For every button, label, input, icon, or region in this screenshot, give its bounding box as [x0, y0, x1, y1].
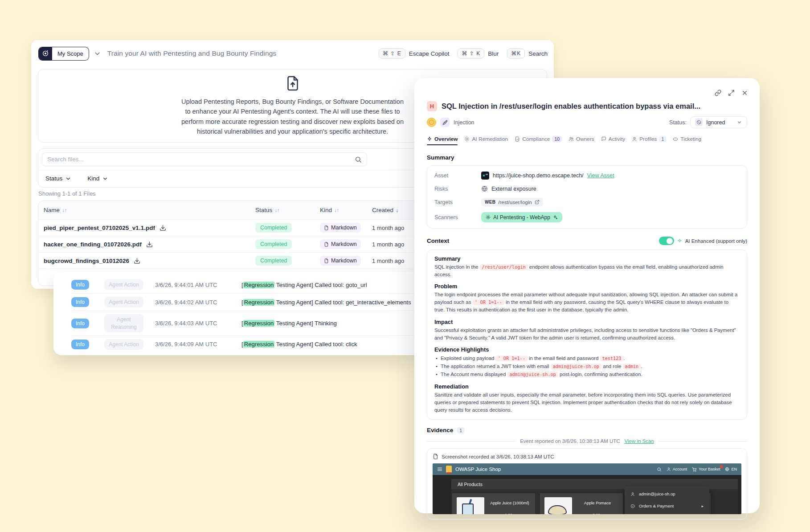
- profiles-count-badge: 1: [659, 136, 666, 142]
- target-icon: [39, 47, 52, 60]
- log-level-badge: Info: [71, 297, 89, 307]
- download-icon[interactable]: [160, 225, 166, 231]
- kind-badge: Markdown: [320, 239, 361, 249]
- remediation-text: Sanitize and validate all user inputs, e…: [434, 391, 740, 414]
- sort-icon: ↓↑: [274, 207, 279, 213]
- escape-copilot-shortcut[interactable]: ⌘ ⇧ E Escape Copilot: [379, 49, 454, 58]
- basket-nav-item: Your Basket: [692, 467, 720, 472]
- menu-item-user-email: admin@juice-sh.op: [625, 488, 709, 500]
- column-header-status[interactable]: Status ↓↑: [250, 207, 315, 213]
- evidence-highlight-item: The Account menu displayed admin@juice-s…: [434, 370, 740, 378]
- search-input[interactable]: Search files...: [42, 152, 367, 166]
- context-card: Summary SQL injection in the /rest/user/…: [427, 250, 747, 420]
- category-label: Injection: [454, 119, 475, 126]
- status-header-label: Status: [255, 207, 272, 213]
- product-name: Apple Juice (1000ml): [486, 500, 533, 506]
- target-path: /rest/user/login: [498, 200, 532, 205]
- asset-favicon: [481, 172, 489, 180]
- people-icon: [569, 136, 574, 142]
- tab-overview[interactable]: Overview: [427, 136, 458, 145]
- blur-keys: ⌘ ⇧ K: [458, 49, 484, 58]
- tab-compliance[interactable]: Compliance 10: [515, 136, 562, 145]
- download-icon[interactable]: [146, 241, 153, 248]
- target-pill[interactable]: WEB /rest/user/login: [481, 198, 543, 206]
- search-placeholder: Search files...: [47, 156, 84, 163]
- screenshot-file-icon: [433, 454, 438, 459]
- log-row: Info Agent Reasoning 3/6/26, 9:44:03 AM …: [71, 311, 421, 336]
- tab-activity[interactable]: Activity: [601, 136, 625, 145]
- status-badge: Completed: [255, 239, 292, 249]
- view-asset-link[interactable]: View Asset: [587, 172, 614, 179]
- tab-ticketing[interactable]: Ticketing: [673, 136, 701, 145]
- column-header-name[interactable]: Name ↓↑: [38, 207, 250, 213]
- context-summary-heading: Summary: [434, 255, 740, 262]
- cart-icon: [692, 467, 697, 472]
- finding-title: SQL Injection in /rest/user/login enable…: [442, 102, 700, 110]
- finding-detail-panel: H SQL Injection in /rest/user/login enab…: [414, 78, 760, 513]
- gear-icon: [486, 215, 491, 220]
- view-in-scan-link[interactable]: View in Scan: [625, 438, 654, 444]
- column-header-kind[interactable]: Kind ↓↑: [315, 207, 367, 213]
- log-message: [Regression Testing Agent] Called tool: …: [241, 341, 421, 348]
- search-shortcut[interactable]: ⌘K Search: [507, 49, 548, 58]
- status-badge: Completed: [255, 223, 292, 233]
- context-problem-heading: Problem: [434, 283, 740, 290]
- risks-label: Risks: [434, 186, 481, 192]
- evidence-screenshot: OWASP Juice Shop Account Your Basket: [433, 463, 741, 514]
- kind-filter-dropdown[interactable]: Kind: [87, 175, 108, 182]
- search-icon[interactable]: [355, 156, 362, 163]
- sort-icon: ↓↑: [334, 207, 339, 213]
- copy-link-icon[interactable]: [715, 90, 721, 96]
- created-header-label: Created: [372, 207, 393, 213]
- ai-enhanced-toggle[interactable]: [659, 237, 674, 245]
- scanner-name: AI Pentesting - WebApp: [493, 214, 550, 221]
- menu-item-orders-payment: Orders & Payment ▸: [625, 500, 709, 512]
- sparkles-icon: [553, 215, 558, 220]
- tab-ai-remediation[interactable]: AI Remediation: [464, 136, 508, 145]
- tab-owners[interactable]: Owners: [569, 136, 594, 145]
- window-header: My Scope Train your AI with Pentesting a…: [31, 40, 554, 61]
- log-timestamp: 3/6/26, 9:44:01 AM UTC: [155, 282, 233, 288]
- product-price: 0.89¤: [574, 513, 621, 514]
- event-reported-text: Event reported on 3/6/26, 10:38:13 AM UT…: [520, 438, 620, 444]
- injection-syringe-icon: [440, 118, 450, 127]
- juice-shop-logo: [446, 466, 452, 473]
- asset-url: https://juice-shop.demo.escape.tech/: [493, 172, 584, 179]
- expand-icon[interactable]: [728, 90, 735, 96]
- chevron-down-icon[interactable]: [94, 50, 101, 57]
- product-price: 1.99¤: [486, 513, 533, 514]
- chevron-down-icon: [736, 119, 742, 125]
- log-timestamp: 3/6/26, 9:44:02 AM UTC: [155, 299, 233, 306]
- log-type-badge: Agent Reasoning: [104, 314, 143, 332]
- log-row: Info Agent Action 3/6/26, 9:44:09 AM UTC…: [71, 336, 421, 353]
- scanners-label: Scanners: [434, 214, 481, 221]
- ticket-icon: [673, 136, 678, 142]
- search-label: Search: [528, 50, 548, 57]
- account-nav-item: Account: [667, 467, 687, 471]
- context-impact-heading: Impact: [434, 319, 740, 325]
- log-timestamp: 3/6/26, 9:44:03 AM UTC: [155, 320, 233, 327]
- screenshot-caption: Screenshot recorded at 3/6/26, 10:38:13 …: [442, 454, 554, 459]
- blur-shortcut[interactable]: ⌘ ⇧ K Blur: [458, 49, 503, 58]
- menu-item-privacy-security: Privacy & Security ▸: [625, 512, 709, 514]
- person-icon: [632, 136, 637, 142]
- page-title: Train your AI with Pentesting and Bug Bo…: [107, 49, 277, 57]
- event-divider: Event reported on 3/6/26, 10:38:13 AM UT…: [427, 438, 747, 444]
- my-scope-button[interactable]: My Scope: [38, 47, 89, 61]
- log-type-badge: Agent Action: [104, 339, 143, 350]
- status-filter-dropdown[interactable]: Status: [45, 175, 71, 182]
- close-icon[interactable]: [741, 90, 748, 96]
- log-level-badge: Info: [71, 319, 89, 328]
- external-link-icon: [535, 200, 540, 205]
- results-summary: Showing 1-1 of 1 Files: [38, 190, 96, 197]
- chevron-down-icon: [65, 176, 71, 182]
- download-icon[interactable]: [134, 258, 140, 264]
- blur-label: Blur: [488, 50, 499, 57]
- sparkle-icon: [677, 238, 682, 243]
- asset-label: Asset: [434, 172, 481, 179]
- juice-shop-body: All Products Apple Juice (1000ml) 1.99¤ …: [433, 475, 741, 514]
- status-dropdown[interactable]: Ignored: [690, 116, 747, 128]
- tab-profiles[interactable]: Profiles 1: [632, 136, 666, 145]
- evidence-section-heading: Evidence: [427, 427, 453, 434]
- target-protocol: WEB: [485, 200, 495, 205]
